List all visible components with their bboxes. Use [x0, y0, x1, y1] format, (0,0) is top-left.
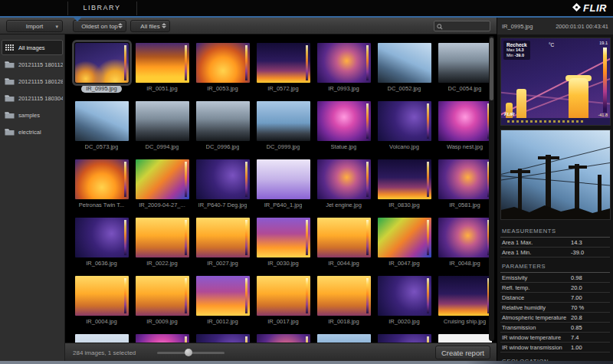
info-value: 0.98 — [571, 274, 582, 281]
thumbnail[interactable] — [257, 276, 310, 316]
thumbnail[interactable] — [257, 43, 310, 83]
thumbnail-cell: IR_0004.jpg — [71, 274, 132, 332]
search-input[interactable] — [443, 22, 487, 31]
sidebar-item-samples[interactable]: samples — [2, 107, 63, 123]
thumbnail-label: IR_0995.jpg — [81, 85, 121, 93]
thumbnail-cell: IR_0018.jpg — [313, 274, 374, 332]
thumbnail[interactable] — [317, 159, 371, 199]
scrollbar-thumb[interactable] — [490, 38, 493, 100]
thumbnail[interactable] — [75, 101, 129, 141]
grid-icon — [5, 44, 15, 51]
sidebar-item-20121115-180112[interactable]: 20121115 180112 — [2, 57, 63, 72]
thumbnail[interactable] — [317, 101, 371, 141]
thumbnail-label: IR_0017.jpg — [267, 318, 298, 325]
thumbnail-cell — [253, 332, 313, 343]
thumbnail[interactable] — [257, 334, 310, 343]
thumbnail[interactable] — [257, 159, 310, 199]
search-box[interactable] — [434, 21, 490, 31]
create-report-button[interactable]: Create report — [435, 346, 490, 359]
thumbnail[interactable] — [136, 218, 189, 257]
thumbnail[interactable] — [196, 218, 250, 257]
thumbnail-label: Jet engine.jpg — [326, 202, 362, 208]
sidebar-item-electrical[interactable]: electrical — [2, 124, 63, 139]
filter-select[interactable]: All files — [130, 20, 170, 32]
thumbnail[interactable] — [136, 159, 189, 199]
thumbnail[interactable] — [75, 43, 129, 83]
thumbnail[interactable] — [378, 43, 431, 83]
thumbnail-cell: Wasp nest.jpg — [434, 99, 495, 157]
zoom-slider-knob[interactable] — [185, 349, 192, 356]
active-tab-pointer-icon — [74, 18, 81, 21]
photo-preview[interactable] — [500, 130, 611, 220]
import-button[interactable]: Import ▾ — [6, 20, 63, 32]
toolbar: Import ▾ Oldest on top All files IR_0995… — [0, 18, 613, 34]
import-button-label: Import — [26, 23, 44, 30]
thumbnail[interactable] — [378, 101, 431, 141]
thumbnail[interactable] — [196, 276, 250, 316]
info-value: 14.3 — [571, 239, 582, 246]
scrollbar[interactable] — [489, 36, 494, 341]
thumbnail[interactable] — [257, 101, 310, 141]
thumbnail[interactable] — [196, 101, 250, 141]
thumbnail-label: Cruising ship.jpg — [444, 318, 486, 325]
thumbnail-label: IR_P640-7 Deg.jpg — [198, 202, 247, 208]
thumbnail-cell: IR_0995.jpg — [71, 41, 132, 99]
sidebar-item-20121115-180304[interactable]: 20121115 180304 — [2, 90, 63, 106]
thumbnail[interactable] — [75, 218, 129, 257]
thumbnail[interactable] — [438, 159, 492, 199]
min-value: -39.0 — [514, 53, 524, 57]
insulator-shape — [569, 78, 588, 121]
thumbnail[interactable] — [438, 276, 492, 316]
thumbnail[interactable]: FLIR — [438, 334, 492, 343]
thumbnail[interactable] — [438, 43, 492, 83]
thumbnail[interactable] — [317, 334, 371, 343]
thumbnail[interactable] — [317, 43, 371, 83]
thumbnail[interactable] — [378, 276, 431, 316]
thumbnail-cell: IR_2009-04-27_... — [132, 157, 192, 215]
ir-preview[interactable]: Recheck Max 14.3 Min -39.0 °C 19.1 -41.8… — [500, 38, 611, 126]
thumbnail[interactable] — [438, 218, 492, 257]
insulator-shape — [516, 89, 526, 120]
sidebar-item-label: 20121115 180304 — [18, 95, 63, 102]
thumbnail[interactable] — [136, 334, 189, 343]
thumbnail[interactable] — [378, 159, 431, 199]
thumbnail[interactable] — [75, 159, 129, 199]
thumbnail-cell: IR_0572.jpg — [253, 41, 313, 99]
thumbnail-label: DC_0999.jpg — [267, 143, 300, 150]
up-down-arrows-icon — [162, 23, 166, 28]
thumbnail[interactable] — [378, 334, 431, 343]
thumbnail-cell: IR_P640-7 Deg.jpg — [192, 157, 253, 215]
thumbnail[interactable] — [75, 334, 129, 343]
thumbnail[interactable] — [196, 43, 250, 83]
thumbnail[interactable] — [317, 276, 371, 316]
sidebar-item-20121115-180128[interactable]: 20121115 180128 — [2, 74, 63, 89]
zoom-slider[interactable] — [157, 348, 225, 357]
thumbnail[interactable] — [136, 43, 189, 83]
thumbnail[interactable] — [438, 101, 492, 141]
thumbnail[interactable] — [75, 276, 129, 316]
flir-tools-window: LIBRARY FLIR Import ▾ Oldest on top All … — [0, 0, 613, 364]
thumbnail-label: Petronas Twin T... — [79, 202, 124, 208]
thumbnail[interactable] — [136, 276, 189, 316]
info-row: Distance7.00 — [500, 293, 610, 303]
sort-select[interactable]: Oldest on top — [73, 20, 126, 32]
sidebar-item-label: samples — [18, 112, 40, 119]
thumbnail[interactable] — [317, 218, 371, 257]
thumbnail[interactable] — [196, 334, 250, 343]
thumbnail[interactable] — [136, 101, 189, 141]
thumbnail-label: IR_0636.jpg — [86, 260, 116, 267]
flir-logo-icon — [572, 2, 581, 14]
thumbnail-label: IR_0572.jpg — [267, 85, 298, 92]
thumbnail-label: Volcano.jpg — [389, 143, 419, 150]
tab-library[interactable]: LIBRARY — [67, 0, 136, 16]
sidebar-item-all-images[interactable]: All images — [2, 40, 63, 55]
thumbnail[interactable] — [257, 218, 310, 257]
thumbnail[interactable] — [378, 218, 431, 257]
thumbnail[interactable] — [196, 159, 250, 199]
info-label: Atmospheric temperature — [500, 314, 571, 321]
thumbnail-label: IR_0004.jpg — [86, 318, 116, 325]
info-label: IR window temperature — [500, 334, 571, 341]
thumbnail-cell: IR_0051.jpg — [132, 41, 192, 99]
status-bar: 284 images, 1 selected Create report — [65, 343, 497, 361]
thumbnail-label: IR_0830.jpg — [388, 202, 419, 208]
